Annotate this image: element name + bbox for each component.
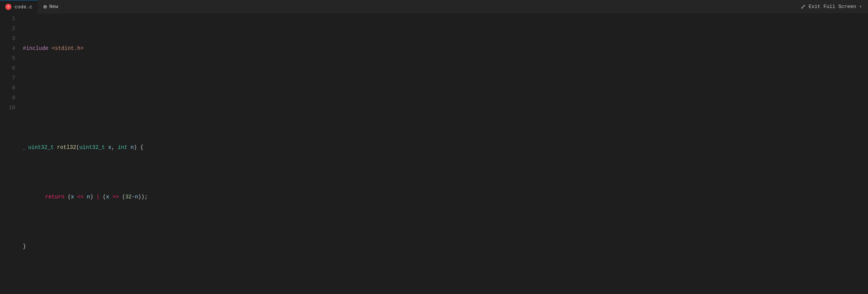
header-file: <stdint.h>: [52, 43, 84, 53]
return-keyword: return: [45, 192, 64, 202]
tab-label: code.c: [14, 4, 32, 10]
line-num-5: 5: [5, 53, 15, 63]
editor-container: 1 2 3 4 5 6 7 8 9 10 #include <stdint.h>…: [0, 14, 868, 294]
code-line-3: ▾ uint32_t rotl32 ( uint32_t x , int n )…: [23, 142, 868, 152]
include-keyword: #include: [23, 43, 48, 53]
tab-code-c[interactable]: ✕ code.c: [0, 0, 38, 14]
exit-fullscreen-button[interactable]: ⤢ Exit Full Screen ▾: [801, 3, 862, 11]
tab-bar-right: ⤢ Exit Full Screen ▾: [801, 3, 868, 11]
plus-icon: ⊕: [43, 3, 47, 11]
tab-bar: ✕ code.c ⊕ New ⤢ Exit Full Screen ▾: [0, 0, 868, 14]
new-tab-button[interactable]: ⊕ New: [38, 0, 64, 14]
space-1: [48, 43, 51, 53]
code-line-4: return ( x << n ) | ( x >> ( 32 - n ));: [23, 192, 868, 202]
code-line-1: #include <stdint.h>: [23, 43, 868, 53]
exit-fullscreen-icon: ⤢: [801, 3, 806, 11]
new-tab-label: New: [49, 4, 58, 10]
line-num-8: 8: [5, 83, 15, 93]
line-num-6: 6: [5, 63, 15, 73]
line-num-2: 2: [5, 24, 15, 34]
exit-fullscreen-label: Exit Full Screen: [809, 4, 856, 10]
tab-bar-left: ✕ code.c ⊕ New: [0, 0, 64, 14]
line-num-9: 9: [5, 93, 15, 103]
expand-icon: ▾: [859, 4, 862, 10]
line-num-10: 10: [5, 103, 15, 113]
line-num-7: 7: [5, 73, 15, 83]
code-line-2: [23, 93, 868, 103]
tab-close-icon[interactable]: ✕: [5, 4, 11, 10]
type-uint32: uint32_t: [28, 142, 54, 152]
func-rotl32: rotl32: [57, 142, 76, 152]
code-line-5: }: [23, 241, 868, 251]
fold-icon-3[interactable]: ▾: [23, 145, 27, 150]
line-num-3: 3: [5, 34, 15, 43]
line-num-1: 1: [5, 14, 15, 24]
code-line-6: [23, 291, 868, 294]
line-numbers: 1 2 3 4 5 6 7 8 9 10: [0, 14, 21, 294]
code-editor[interactable]: #include <stdint.h> ▾ uint32_t rotl32 ( …: [21, 14, 868, 294]
line-num-4: 4: [5, 43, 15, 53]
